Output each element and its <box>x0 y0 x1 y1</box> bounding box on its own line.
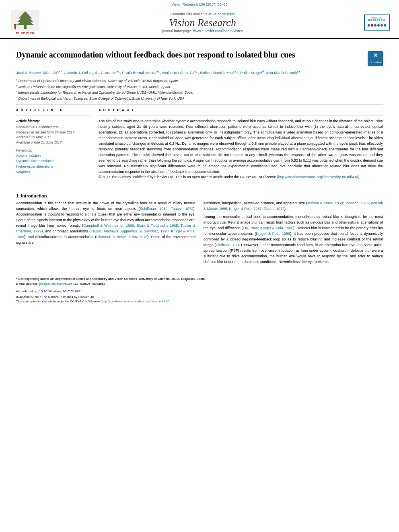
ref-kruger-pola-87[interactable]: Kruger & Pola, 1987; <box>229 207 263 211</box>
affil-c: c Interuniversity Laboratory for Researc… <box>16 90 383 95</box>
journal-header: Vision Research 136 (2017) 50–56 ELSEVIE… <box>0 0 399 39</box>
footnote-email-person: (J.J. Esteve-Taboada). <box>73 282 105 286</box>
ref-fry[interactable]: Fry, 1955; <box>243 226 259 230</box>
email-link[interactable]: josejuan.esteve@uv.es <box>39 282 72 286</box>
ref-kruger-pola-86-3[interactable]: Kruger & Pola, 1986 <box>256 232 290 236</box>
abstract-col: A B S T R A C T The aim of this study wa… <box>99 108 383 180</box>
vr-logo-text: VISIONRESEARCH <box>367 16 387 21</box>
vr-logo-box: VISIONRESEARCH <box>364 14 390 31</box>
keywords-section: Keywords: Accommodation Dynamic accommod… <box>16 148 90 175</box>
elsevier-label: ELSEVIER <box>16 31 35 35</box>
section1-heading: 1. Introduction <box>16 193 383 198</box>
article-title: Dynamic accommodation without feedback d… <box>16 49 368 60</box>
svg-point-8 <box>371 24 373 27</box>
bottom-bar: 0042-6989 © 2017 The Authors. Published … <box>16 295 383 304</box>
available-date: Available online 21 June 2017 <box>16 140 90 145</box>
article-info-abstract: A R T I C L E I N F O Article history: R… <box>16 108 383 180</box>
journal-citation: Vision Research 136 (2017) 50–56 <box>172 2 228 6</box>
body-para-2: luminance, interposition, perceived dist… <box>204 201 383 212</box>
author-esteve[interactable]: José J. Esteve-Taboada <box>16 70 57 75</box>
kw-accommodation[interactable]: Accommodation <box>16 153 90 159</box>
keywords-label: Keywords: <box>16 148 90 152</box>
bottom-license-link[interactable]: (http://creativecommons.org/licenses/by-… <box>101 300 171 303</box>
divider-abstract <box>99 115 383 115</box>
abstract-copyright: © 2017 The Authors. Published by Elsevie… <box>99 175 276 179</box>
article-info-col: A R T I C L E I N F O Article history: R… <box>16 108 90 180</box>
body-two-col: Accommodation is the change that occurs … <box>16 201 383 267</box>
doi-link[interactable]: http://dx.doi.org/10.1016/j.visres.2017.… <box>16 290 80 293</box>
kw-higher-order[interactable]: Higher-order aberrations <box>16 164 90 170</box>
revised-date: Received in revised form 27 May 2017 <box>16 130 90 135</box>
body-para-3: Among the monocular optical cues to acco… <box>204 214 383 265</box>
ref-ittelson[interactable]: Ittelson & Ames, 1950; <box>307 201 344 205</box>
vision-research-logo: VISIONRESEARCH <box>362 14 392 31</box>
contents-label: Contents lists available at ScienceDirec… <box>43 12 362 16</box>
affil-a: a Department of Optics and Optometry and… <box>16 78 383 84</box>
svg-point-9 <box>374 24 376 27</box>
ref-toates-2[interactable]: Toates, 1972 <box>263 207 284 211</box>
journal-title-center: Contents lists available at ScienceDirec… <box>43 12 362 33</box>
abstract-text: The aim of this study was to determine w… <box>99 119 383 180</box>
ref-campbell[interactable]: Campbell & Westheimer, 1960; <box>83 224 135 228</box>
article-title-section: Dynamic accommodation without feedback d… <box>16 49 383 66</box>
journal-name: Vision Research <box>43 17 362 29</box>
ref-ciuffreda[interactable]: Ciuffreda, 1991 <box>216 243 241 247</box>
body-section-intro: 1. Introduction Accommodation is the cha… <box>16 193 383 267</box>
bottom-copyright: © 2017 The Authors. Published by Elsevie… <box>31 295 95 299</box>
divider-body <box>16 186 383 186</box>
author-marin[interactable]: Iván Marín-Franch <box>266 70 297 75</box>
accepted-date: Accepted 29 May 2017 <box>16 135 90 140</box>
crossmark-badge[interactable]: ✕ CrossMark <box>368 51 383 66</box>
body-para-1: Accommodation is the change that occurs … <box>16 201 195 246</box>
elsevier-logo: ELSEVIER <box>7 10 43 35</box>
author-bernal[interactable]: Paula Bernal-Molina <box>122 70 157 75</box>
svg-point-11 <box>380 24 383 27</box>
homepage-link[interactable]: www.elsevier.com/locate/visres <box>193 29 243 33</box>
svg-point-12 <box>384 24 386 27</box>
abstract-license-link[interactable]: (http://creativecommons.org/licenses/by-… <box>277 175 360 179</box>
body-col-right: luminance, interposition, perceived dist… <box>204 201 383 267</box>
footnote-email: E-mail address: josejuan.esteve@uv.es (J… <box>16 281 383 286</box>
sciencedirect-link[interactable]: ScienceDirect <box>212 12 235 16</box>
doi-line: http://dx.doi.org/10.1016/j.visres.2017.… <box>16 290 383 293</box>
ref-kruger-1993[interactable]: Kruger, Mathews, Aggarwala, & Sanchez, 1… <box>90 229 169 233</box>
affil-d: d Department of Biological and Vision Sc… <box>16 96 383 101</box>
ref-schiffman[interactable]: Schiffman, 1989; <box>140 207 169 211</box>
affiliations: a Department of Optics and Optometry and… <box>16 78 383 101</box>
author-aguila[interactable]: Antonio J. Del Águila-Carrasco <box>64 70 116 75</box>
ref-johnson[interactable]: Johnson, 1976; <box>345 201 370 205</box>
kw-dynamic[interactable]: Dynamic accommodation <box>16 158 90 164</box>
ref-stark[interactable]: Stark & Takahashi, 1965; <box>137 224 179 228</box>
ref-kruger-pola-86-2[interactable]: Kruger & Pola, 1986 <box>260 226 293 230</box>
main-content: Dynamic accommodation without feedback d… <box>0 39 399 308</box>
article-history: Article history: Received 30 December 20… <box>16 119 90 145</box>
received-date: Received 30 December 2016 <box>16 125 90 130</box>
bottom-issn: 0042-6989 <box>16 295 31 299</box>
kw-vergence[interactable]: Vergence <box>16 170 90 175</box>
vr-logo-dots <box>367 23 387 29</box>
authors-text: José J. Esteve-Taboadaa,c,*, Antonio J. … <box>16 70 300 75</box>
keywords-list: Accommodation Dynamic accommodation High… <box>16 153 90 175</box>
body-col-left: Accommodation is the change that occurs … <box>16 201 195 267</box>
journal-banner: ELSEVIER Contents lists available at Sci… <box>0 8 399 37</box>
svg-point-5 <box>14 24 16 26</box>
author-montes[interactable]: Robert Montés-Micó <box>200 70 235 75</box>
svg-text:✕: ✕ <box>373 52 378 58</box>
ref-charman[interactable]: Charman & Heron, 1988, 2015 <box>96 235 147 239</box>
article-info-heading: A R T I C L E I N F O <box>16 108 90 112</box>
divider-info <box>16 115 90 115</box>
footnote-corresponding: * Corresponding author at: Department of… <box>16 277 383 281</box>
affil-b: b Instituto Universitario de Investigaci… <box>16 84 383 90</box>
elsevier-tree-icon <box>11 10 39 31</box>
history-label: Article history: <box>16 119 90 124</box>
ref-toates-1[interactable]: Toates, 1972 <box>171 207 193 211</box>
svg-text:CrossMark: CrossMark <box>369 61 381 64</box>
author-kruger[interactable]: Philip Kruger <box>240 70 262 75</box>
svg-point-10 <box>377 24 380 27</box>
authors-line: José J. Esteve-Taboadaa,c,*, Antonio J. … <box>16 70 383 76</box>
footnote-section: * Corresponding author at: Department of… <box>16 274 383 286</box>
svg-point-7 <box>368 24 370 27</box>
divider-1 <box>16 105 383 105</box>
svg-rect-6 <box>14 26 16 29</box>
author-lopez[interactable]: Norberto López-Gil <box>162 70 194 75</box>
